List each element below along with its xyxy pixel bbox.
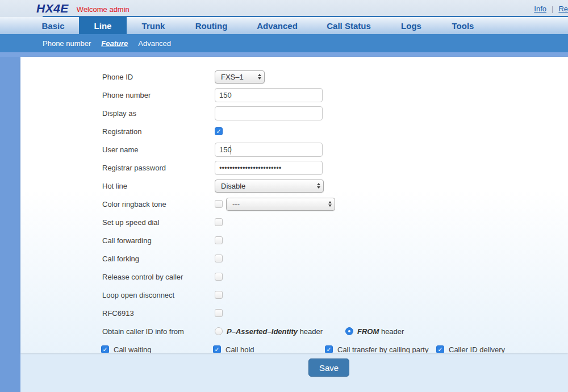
color-ringback-select[interactable]: --- [226, 198, 335, 211]
loop-open-checkbox[interactable] [215, 291, 223, 299]
text-caret [231, 145, 231, 155]
speed-dial-label: Set up speed dial [102, 218, 215, 227]
from-header-radio[interactable] [345, 327, 353, 335]
sub-nav: Phone number Feature Advanced [0, 34, 568, 52]
call-forwarding-checkbox[interactable] [215, 236, 223, 244]
subnav-advanced[interactable]: Advanced [138, 39, 171, 48]
call-waiting-option[interactable]: ✓ Call waiting [101, 345, 213, 353]
form-row: Call forking [20, 249, 568, 268]
phone-number-input[interactable] [215, 88, 323, 102]
loop-open-label: Loop open disconnect [102, 291, 215, 299]
bottom-checkbox-row: ✓ Call waiting ✓ Call hold ✓ Call transf… [20, 340, 568, 353]
select-arrows-icon [328, 201, 332, 207]
form-row: Loop open disconnect [20, 286, 568, 304]
phone-id-select[interactable]: FXS–1 [215, 70, 265, 84]
call-forwarding-label: Call forwarding [102, 236, 215, 245]
call-forking-label: Call forking [102, 255, 215, 263]
content-panel: Phone ID FXS–1 Phone number Display as R… [20, 57, 568, 353]
form-row: Obtain caller ID info from P–Asserted–Id… [20, 322, 568, 340]
release-control-checkbox[interactable] [215, 273, 223, 281]
line-feature-form: Phone ID FXS–1 Phone number Display as R… [20, 57, 568, 353]
form-row: Phone number [20, 86, 568, 104]
hot-line-select[interactable]: Disable [215, 180, 324, 193]
phone-id-value: FXS–1 [221, 73, 244, 81]
from-header-option-label: FROM header [357, 327, 404, 336]
registrar-password-input[interactable] [215, 161, 323, 175]
call-hold-label: Call hold [225, 345, 254, 353]
form-row: RFC6913 [20, 304, 568, 322]
phone-id-label: Phone ID [102, 73, 215, 81]
rfc6913-label: RFC6913 [102, 309, 215, 318]
display-as-input[interactable] [215, 106, 323, 120]
background-band [0, 52, 568, 57]
form-row: Display as [20, 104, 568, 122]
call-waiting-checkbox[interactable]: ✓ [101, 345, 109, 353]
tab-tools[interactable]: Tools [437, 17, 489, 34]
save-button[interactable]: Save [308, 358, 349, 377]
link-separator: | [552, 5, 553, 13]
subnav-feature[interactable]: Feature [101, 39, 128, 48]
select-arrows-icon [258, 74, 261, 80]
select-arrows-icon [317, 183, 320, 189]
registration-label: Registration [102, 127, 215, 136]
form-row: Call forwarding [20, 231, 568, 249]
welcome-text: Welcome admin [77, 5, 130, 14]
subnav-phone-number[interactable]: Phone number [43, 39, 91, 48]
call-transfer-checkbox[interactable]: ✓ [325, 345, 333, 353]
form-row: Hot line Disable [20, 177, 568, 195]
left-margin-strip [0, 57, 20, 392]
info-link[interactable]: Info [534, 5, 546, 13]
call-hold-option[interactable]: ✓ Call hold [213, 345, 325, 353]
call-forking-checkbox[interactable] [215, 255, 223, 262]
pai-header-option-label: P–Asserted–Identity header [227, 327, 323, 336]
header-links: Info | Re [534, 0, 568, 17]
color-ringback-value: --- [232, 200, 240, 208]
call-waiting-label: Call waiting [114, 345, 151, 353]
tab-trunk[interactable]: Trunk [127, 17, 180, 34]
hot-line-label: Hot line [102, 182, 215, 190]
tab-call-status[interactable]: Call Status [312, 17, 386, 34]
form-row: Color ringback tone --- [20, 195, 568, 213]
footer-area: Save [20, 353, 568, 392]
form-row: User name [20, 140, 568, 159]
hot-line-value: Disable [221, 182, 245, 190]
tab-routing[interactable]: Routing [180, 17, 243, 34]
color-ringback-checkbox[interactable] [215, 200, 223, 208]
phone-number-label: Phone number [102, 91, 215, 99]
reboot-link[interactable]: Re [558, 5, 568, 13]
from-header-option[interactable]: FROM header [345, 327, 404, 336]
form-row: Release control by caller [20, 268, 568, 286]
rfc6913-checkbox[interactable] [215, 309, 223, 317]
call-transfer-label: Call transfer by calling party [337, 345, 428, 353]
pai-header-radio[interactable] [215, 327, 223, 335]
tab-line[interactable]: Line [79, 17, 127, 34]
main-nav: Basic Line Trunk Routing Advanced Call S… [0, 17, 568, 34]
form-row: Set up speed dial [20, 213, 568, 231]
display-as-label: Display as [102, 109, 215, 118]
caller-id-delivery-checkbox[interactable]: ✓ [436, 345, 444, 353]
tab-basic[interactable]: Basic [27, 17, 79, 34]
pai-header-option[interactable]: P–Asserted–Identity header [215, 327, 345, 336]
call-transfer-option[interactable]: ✓ Call transfer by calling party [325, 345, 436, 353]
form-row: Phone ID FXS–1 [20, 68, 568, 86]
form-row: Registration ✓ [20, 122, 568, 140]
brand-logo: HX4E [36, 2, 69, 15]
user-name-label: User name [102, 145, 215, 154]
speed-dial-checkbox[interactable] [215, 218, 223, 226]
top-header-bar: HX4E Welcome admin Info | Re [0, 0, 568, 17]
tab-advanced[interactable]: Advanced [243, 17, 312, 34]
caller-id-source-label: Obtain caller ID info from [102, 327, 215, 336]
registration-checkbox[interactable]: ✓ [215, 127, 223, 135]
registrar-password-label: Registrar password [102, 164, 215, 172]
form-row: Registrar password [20, 159, 568, 177]
call-hold-checkbox[interactable]: ✓ [213, 345, 221, 353]
caller-id-delivery-label: Caller ID delivery [449, 345, 505, 353]
caller-id-delivery-option[interactable]: ✓ Caller ID delivery [436, 345, 548, 353]
color-ringback-label: Color ringback tone [102, 200, 215, 208]
release-control-label: Release control by caller [102, 273, 215, 281]
tab-logs[interactable]: Logs [386, 17, 437, 34]
